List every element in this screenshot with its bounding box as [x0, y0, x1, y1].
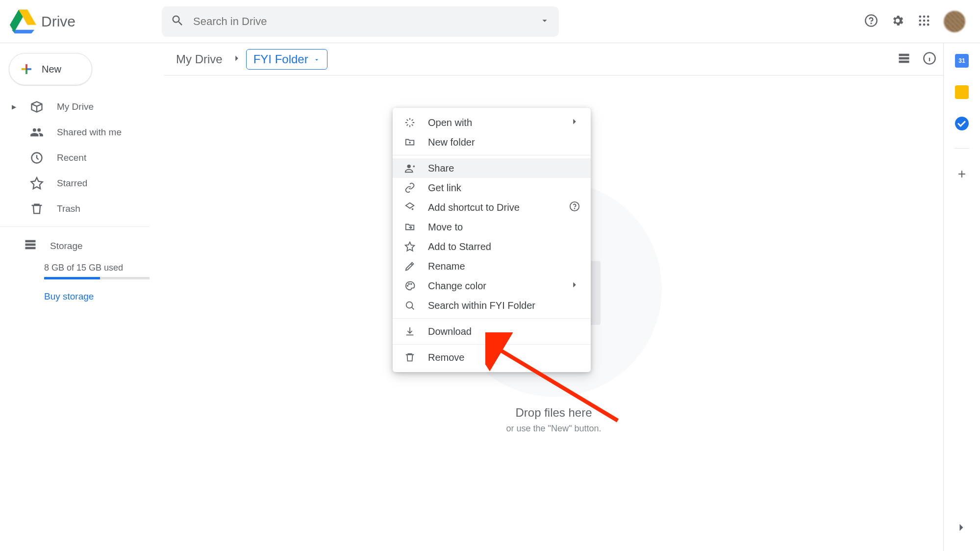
sidebar-item-shared[interactable]: Shared with me: [0, 120, 164, 145]
menu-new-folder[interactable]: New folder: [393, 132, 591, 152]
list-view-icon[interactable]: [897, 51, 911, 67]
new-button[interactable]: New: [9, 53, 92, 85]
menu-item-label: Get link: [428, 182, 461, 194]
submenu-chevron-icon: [569, 116, 580, 129]
sidebar-item-label: Trash: [57, 203, 80, 214]
svg-point-19: [407, 165, 411, 168]
sidebar-item-trash[interactable]: Trash: [0, 196, 164, 222]
submenu-chevron-icon: [569, 279, 580, 293]
svg-point-3: [923, 15, 926, 18]
account-avatar[interactable]: [944, 11, 965, 32]
svg-point-4: [927, 15, 930, 18]
menu-item-label: Add to Starred: [428, 241, 491, 252]
svg-point-21: [575, 208, 575, 209]
open-with-icon: [403, 117, 416, 128]
person-add-icon: [403, 163, 416, 174]
menu-separator: [393, 155, 591, 155]
menu-rename[interactable]: Rename: [393, 256, 591, 276]
move-icon: [403, 222, 416, 232]
logo-area[interactable]: Drive: [10, 8, 162, 35]
expand-arrow-icon[interactable]: ▶: [12, 103, 17, 110]
new-folder-icon: [403, 137, 416, 148]
search-bar[interactable]: [162, 6, 559, 37]
breadcrumb-root[interactable]: My Drive: [171, 50, 227, 69]
svg-rect-13: [25, 244, 36, 246]
hide-panel-chevron-icon[interactable]: [955, 521, 968, 536]
menu-share[interactable]: Share: [393, 158, 591, 178]
sidebar-item-label: Starred: [57, 178, 87, 189]
empty-state-subtitle: or use the "New" button.: [446, 423, 662, 433]
apps-grid-icon[interactable]: [917, 14, 931, 29]
menu-add-starred[interactable]: Add to Starred: [393, 237, 591, 256]
search-options-caret-icon[interactable]: [539, 15, 550, 28]
svg-point-6: [923, 19, 926, 22]
menu-change-color[interactable]: Change color: [393, 276, 591, 296]
sidebar-item-label: Shared with me: [57, 127, 122, 138]
svg-point-24: [411, 283, 412, 284]
svg-point-25: [406, 302, 413, 308]
svg-point-5: [919, 19, 922, 22]
menu-open-with[interactable]: Open with: [393, 113, 591, 132]
star-icon: [29, 176, 44, 190]
breadcrumb-current[interactable]: FYI Folder: [246, 49, 327, 70]
trash-outline-icon: [403, 352, 416, 363]
menu-move-to[interactable]: Move to: [393, 217, 591, 237]
help-icon[interactable]: [864, 14, 878, 29]
svg-point-10: [927, 23, 930, 25]
link-icon: [403, 182, 416, 193]
empty-state-title: Drop files here: [446, 405, 662, 419]
help-circle-icon[interactable]: [569, 201, 580, 214]
sidebar-item-recent[interactable]: Recent: [0, 145, 164, 171]
star-outline-icon: [403, 241, 416, 252]
shortcut-icon: [403, 202, 416, 213]
tasks-app-icon[interactable]: [955, 117, 969, 130]
drive-logo-icon: [10, 8, 36, 35]
buy-storage-link[interactable]: Buy storage: [44, 291, 164, 302]
menu-item-label: Open with: [428, 117, 472, 128]
svg-point-2: [919, 15, 922, 18]
keep-app-icon[interactable]: [955, 85, 969, 99]
sidebar-item-starred[interactable]: Starred: [0, 171, 164, 196]
svg-point-8: [919, 23, 922, 25]
svg-rect-16: [899, 57, 909, 59]
svg-point-1: [871, 23, 871, 24]
menu-get-link[interactable]: Get link: [393, 178, 591, 198]
svg-point-7: [927, 19, 930, 22]
sidebar-item-label: My Drive: [57, 101, 94, 112]
breadcrumb-current-label: FYI Folder: [253, 52, 308, 66]
menu-item-label: Rename: [428, 261, 465, 272]
menu-separator: [393, 344, 591, 345]
menu-item-label: Search within FYI Folder: [428, 300, 535, 311]
search-in-icon: [403, 300, 416, 311]
svg-point-9: [923, 23, 926, 25]
menu-item-label: Add shortcut to Drive: [428, 202, 520, 213]
svg-rect-14: [25, 247, 36, 250]
menu-add-shortcut[interactable]: Add shortcut to Drive: [393, 198, 591, 217]
menu-search-within[interactable]: Search within FYI Folder: [393, 296, 591, 315]
menu-download[interactable]: Download: [393, 322, 591, 341]
download-icon: [403, 326, 416, 337]
app-title: Drive: [41, 13, 75, 30]
search-input[interactable]: [193, 15, 539, 28]
menu-remove[interactable]: Remove: [393, 348, 591, 367]
calendar-app-icon[interactable]: [955, 54, 969, 68]
folder-context-menu: Open with New folder Share Get link Add …: [393, 108, 591, 372]
rail-separator: [955, 148, 969, 149]
svg-rect-17: [899, 60, 909, 63]
header: Drive: [0, 0, 980, 43]
add-addon-icon[interactable]: +: [958, 166, 966, 182]
header-tools: [864, 11, 970, 32]
side-panel: +: [944, 43, 980, 551]
menu-item-label: New folder: [428, 137, 475, 148]
info-icon[interactable]: [923, 51, 936, 67]
new-button-label: New: [42, 64, 61, 75]
sidebar-item-storage[interactable]: Storage: [24, 232, 164, 260]
storage-progress-bar: [44, 277, 150, 279]
storage-usage-text: 8 GB of 15 GB used: [24, 260, 164, 277]
sidebar-separator: [0, 226, 150, 227]
settings-gear-icon[interactable]: [891, 14, 905, 29]
sidebar-item-my-drive[interactable]: ▶ My Drive: [0, 94, 164, 120]
menu-item-label: Remove: [428, 352, 464, 363]
storage-icon: [24, 238, 37, 254]
menu-item-label: Download: [428, 326, 472, 337]
